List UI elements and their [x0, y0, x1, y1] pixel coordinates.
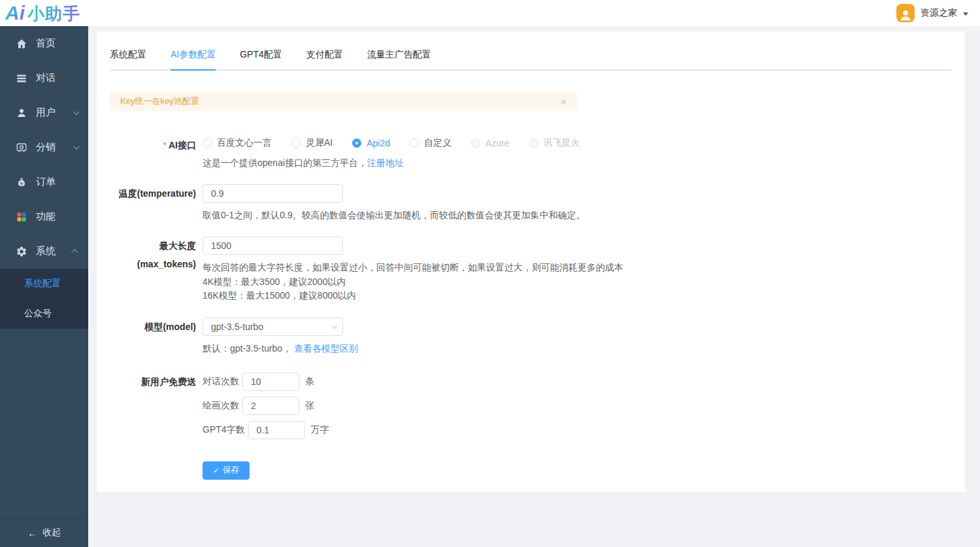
sidebar-item-label: 首页 [36, 37, 56, 50]
model-select[interactable]: gpt-3.5-turbo [203, 318, 343, 336]
form-row-max-tokens: 最大长度(max_tokens) 每次回答的最大字符长度，如果设置过小，回答中间… [110, 237, 952, 303]
chevron-down-icon [331, 322, 338, 329]
sidebar-subitem-official-account[interactable]: 公众号 [0, 299, 88, 329]
sidebar-item-label: 用户 [36, 107, 56, 119]
settings-form: *AI接口 百度文心一言 灵犀AI A [110, 136, 952, 480]
tab-payment-config[interactable]: 支付配置 [306, 43, 343, 69]
model-select-value: gpt-3.5-turbo [211, 322, 263, 332]
model-diff-link[interactable]: 查看各模型区别 [294, 343, 358, 354]
collapse-label: 收起 [42, 527, 61, 539]
avatar [896, 4, 915, 22]
tab-bar: 系统配置 AI参数配置 GPT4配置 支付配置 流量主广告配置 [110, 43, 952, 71]
sidebar-item-label: 订单 [36, 176, 56, 188]
radio-baidu-wenxin[interactable]: 百度文心一言 [203, 137, 272, 149]
app-logo: Ai 小助手 [5, 1, 80, 25]
gear-icon [16, 246, 27, 257]
radio-circle-icon [529, 139, 538, 148]
chevron-up-icon [71, 249, 78, 256]
field-label: *AI接口 [110, 136, 196, 154]
settings-card: 系统配置 AI参数配置 GPT4配置 支付配置 流量主广告配置 Key统一在ke… [97, 31, 965, 492]
dialog-list-icon [16, 73, 27, 84]
sidebar-item-orders[interactable]: 订单 [0, 165, 88, 199]
form-row-save: ✓ 保存 [110, 457, 952, 480]
quota-row-gpt4-words: GPT4字数 万字 [203, 421, 329, 439]
radio-circle-icon [203, 139, 212, 148]
chevron-down-icon [73, 143, 80, 150]
temperature-input[interactable] [203, 184, 343, 203]
tab-ai-params[interactable]: AI参数配置 [171, 43, 216, 69]
alert-text: Key统一在key池配置 [120, 95, 561, 107]
field-label: 新用户免费送 [110, 373, 196, 391]
sidebar-item-label: 系统 [36, 245, 56, 257]
chevron-down-icon [963, 12, 968, 16]
form-row-ai-interface: *AI接口 百度文心一言 灵犀AI A [110, 136, 952, 170]
ai-interface-help: 这是一个提供openai接口的第三方平台，注册地址 [203, 156, 600, 170]
sidebar-item-distribution[interactable]: 分销 [0, 130, 88, 165]
check-icon: ✓ [213, 466, 220, 475]
sidebar: 首页 对话 用户 分销 订单 功能 系统 [0, 26, 88, 547]
sidebar-subitem-label: 系统配置 [24, 278, 61, 290]
field-label: 最大长度(max_tokens) [110, 237, 196, 273]
form-row-model: 模型(model) gpt-3.5-turbo 默认：gpt-3.5-turbo… [110, 318, 952, 356]
person-icon [898, 8, 913, 22]
form-row-free-quota: 新用户免费送 对话次数 条 绘画次数 张 GPT4字数 [110, 373, 952, 445]
radio-circle-icon [471, 139, 480, 148]
form-row-temperature: 温度(temperature) 取值0-1之间，默认0.9。较高的数值会使输出更… [110, 184, 952, 222]
model-help: 默认：gpt-3.5-turbo， 查看各模型区别 [203, 342, 358, 356]
logo-mark-icon: Ai [5, 1, 25, 25]
field-label: 温度(temperature) [110, 184, 196, 203]
sidebar-item-home[interactable]: 首页 [0, 26, 88, 61]
temperature-help: 取值0-1之间，默认0.9。较高的数值会使输出更加随机，而较低的数值会使其更加集… [203, 208, 585, 222]
main-content: 系统配置 AI参数配置 GPT4配置 支付配置 流量主广告配置 Key统一在ke… [88, 26, 980, 547]
sidebar-subitem-system-config[interactable]: 系统配置 [0, 269, 88, 299]
max-tokens-help: 每次回答的最大字符长度，如果设置过小，回答中间可能被切断，如果设置过大，则可能消… [203, 261, 623, 303]
distribution-icon [16, 142, 27, 154]
drawing-count-input[interactable] [242, 397, 299, 415]
radio-circle-icon [352, 139, 361, 148]
radio-circle-icon [410, 139, 419, 148]
ai-interface-radio-group: 百度文心一言 灵犀AI Api2d 自定义 [203, 136, 600, 150]
sidebar-item-label: 对话 [36, 72, 56, 84]
sidebar-item-features[interactable]: 功能 [0, 199, 88, 234]
user-menu[interactable]: 资源之家 [896, 4, 968, 22]
alert-banner: Key统一在key池配置 × [110, 91, 577, 111]
radio-lingxi-ai[interactable]: 灵犀AI [291, 137, 333, 149]
quota-row-drawing: 绘画次数 张 [203, 397, 329, 415]
system-submenu: 系统配置 公众号 [0, 269, 88, 329]
sidebar-item-label: 功能 [36, 210, 56, 223]
arrow-left-icon: ← [27, 527, 37, 539]
chevron-down-icon [73, 108, 80, 115]
top-header: Ai 小助手 资源之家 [0, 0, 980, 26]
user-icon [16, 107, 27, 119]
tab-gpt4-config[interactable]: GPT4配置 [240, 43, 282, 69]
app-title: 小助手 [27, 2, 80, 25]
radio-azure: Azure [471, 138, 510, 148]
radio-api2d[interactable]: Api2d [352, 138, 390, 148]
apps-icon [16, 211, 27, 223]
tab-system-config[interactable]: 系统配置 [110, 43, 146, 69]
quota-row-dialog: 对话次数 条 [203, 373, 329, 391]
radio-custom[interactable]: 自定义 [410, 137, 451, 149]
collapse-sidebar-button[interactable]: ← 收起 [0, 518, 88, 547]
required-mark: * [163, 140, 167, 150]
sidebar-item-users[interactable]: 用户 [0, 95, 88, 130]
money-bag-icon [16, 176, 27, 188]
tab-ad-config[interactable]: 流量主广告配置 [367, 43, 431, 69]
sidebar-item-dialog[interactable]: 对话 [0, 61, 88, 95]
max-tokens-input[interactable] [203, 237, 343, 255]
radio-xunfei-spark: 讯飞星火 [529, 137, 580, 149]
dialog-count-input[interactable] [242, 373, 299, 391]
gpt4-words-input[interactable] [248, 421, 305, 439]
field-label: 模型(model) [110, 318, 196, 336]
radio-circle-icon [291, 139, 301, 148]
save-button-label: 保存 [223, 465, 239, 476]
sidebar-item-label: 分销 [36, 141, 56, 154]
sidebar-subitem-label: 公众号 [24, 308, 52, 320]
close-icon[interactable]: × [561, 97, 566, 107]
register-link[interactable]: 注册地址 [367, 157, 404, 168]
home-icon [16, 38, 27, 50]
sidebar-item-system[interactable]: 系统 [0, 234, 88, 269]
sidebar-spacer [0, 329, 88, 518]
user-name: 资源之家 [921, 7, 957, 19]
save-button[interactable]: ✓ 保存 [203, 461, 250, 480]
